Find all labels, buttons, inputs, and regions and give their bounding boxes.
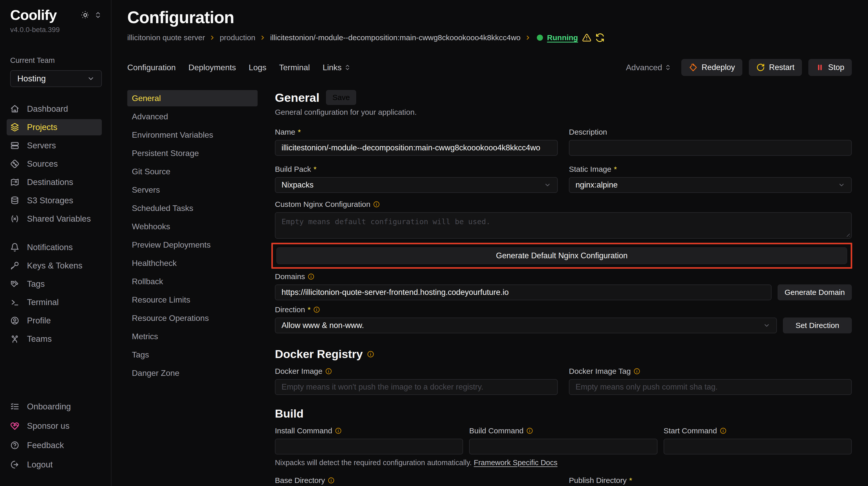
breadcrumb-project[interactable]: illicitonion quote server [127, 33, 205, 42]
sidebar-item-sponsor-us[interactable]: Sponsor us [7, 418, 102, 434]
subnav-advanced[interactable]: Advanced [127, 108, 257, 125]
chevron-down-icon [763, 322, 770, 329]
tab-terminal[interactable]: Terminal [279, 63, 310, 72]
sidebar-item-s3-storages[interactable]: S3 Storages [7, 192, 102, 209]
base-directory-label: Base Directory [275, 476, 325, 485]
sidebar-item-destinations[interactable]: Destinations [7, 174, 102, 190]
info-icon [633, 368, 641, 375]
home-icon [10, 104, 19, 114]
status-badge[interactable]: Running [547, 33, 578, 42]
subnav-metrics[interactable]: Metrics [127, 328, 257, 345]
stop-button[interactable]: Stop [808, 59, 852, 76]
static-image-label: Static Image [569, 165, 612, 173]
tab-logs[interactable]: Logs [249, 63, 266, 72]
subnav-environment-variables[interactable]: Environment Variables [127, 127, 257, 143]
generate-domain-button[interactable]: Generate Domain [778, 285, 852, 300]
build-heading: Build [275, 407, 852, 420]
sidebar-item-teams[interactable]: Teams [7, 331, 102, 347]
chevron-right-icon [259, 34, 266, 41]
subnav-webhooks[interactable]: Webhooks [127, 218, 257, 235]
tab-links[interactable]: Links [322, 63, 351, 72]
sidebar-item-feedback[interactable]: Feedback [7, 437, 102, 453]
sidebar-item-sources[interactable]: Sources [7, 156, 102, 172]
subnav-git-source[interactable]: Git Source [127, 163, 257, 180]
theme-sun-icon[interactable] [81, 11, 90, 19]
generate-nginx-config-button[interactable]: Generate Default Nginx Configuration [276, 247, 847, 264]
sidebar-item-logout[interactable]: Logout [7, 456, 102, 473]
breadcrumb-application[interactable]: illicitestonion/-module--decomposition:m… [270, 33, 521, 42]
description-input[interactable] [569, 140, 852, 156]
subnav-rollback[interactable]: Rollback [127, 273, 257, 290]
tab-deployments[interactable]: Deployments [188, 63, 236, 72]
restart-icon [756, 63, 765, 72]
breadcrumb-environment[interactable]: production [220, 33, 255, 42]
sidebar-item-notifications[interactable]: Notifications [7, 239, 102, 256]
subnav-preview-deployments[interactable]: Preview Deployments [127, 237, 257, 253]
set-direction-button[interactable]: Set Direction [783, 318, 852, 333]
status-dot [537, 35, 543, 41]
nginx-config-label: Custom Nginx Configuration [275, 200, 370, 209]
subnav-servers[interactable]: Servers [127, 182, 257, 198]
name-input[interactable] [275, 140, 558, 156]
key-icon [10, 261, 19, 270]
description-label: Description [569, 128, 607, 136]
chevron-right-icon [209, 34, 216, 41]
refresh-icon[interactable] [595, 33, 604, 42]
annotation-highlight-box: Generate Default Nginx Configuration [271, 243, 852, 269]
alert-triangle-icon[interactable] [582, 33, 591, 42]
user-circle-icon [10, 316, 19, 325]
build-pack-select[interactable]: Nixpacks [275, 177, 558, 193]
sidebar-item-onboarding[interactable]: Onboarding [7, 398, 102, 415]
subnav-healthcheck[interactable]: Healthcheck [127, 255, 257, 271]
sidebar-item-tags[interactable]: Tags [7, 276, 102, 292]
app-version: v4.0.0-beta.399 [10, 26, 102, 34]
info-icon [308, 273, 315, 280]
general-form: General Save General configuration for y… [275, 90, 852, 486]
domains-input[interactable] [275, 285, 772, 300]
subnav-persistent-storage[interactable]: Persistent Storage [127, 145, 257, 161]
docker-image-input[interactable] [275, 379, 558, 395]
restart-button[interactable]: Restart [749, 59, 802, 76]
static-image-select[interactable]: nginx:alpine [569, 177, 852, 193]
build-command-label: Build Command [469, 426, 523, 435]
help-circle-icon [10, 441, 19, 450]
theme-selector-chevrons-icon[interactable] [94, 11, 102, 19]
install-command-input[interactable] [275, 439, 463, 454]
chevron-down-icon [544, 182, 551, 189]
sidebar-item-projects[interactable]: Projects [7, 119, 102, 135]
redeploy-button[interactable]: Redeploy [681, 59, 742, 76]
sidebar-item-terminal[interactable]: Terminal [7, 294, 102, 311]
start-command-input[interactable] [663, 439, 852, 454]
subnav-resource-operations[interactable]: Resource Operations [127, 310, 257, 326]
domains-label: Domains [275, 272, 305, 281]
advanced-dropdown[interactable]: Advanced [626, 63, 671, 72]
direction-select[interactable]: Allow www & non-www. [275, 318, 777, 333]
checklist-icon [10, 402, 19, 411]
general-subtitle: General configuration for your applicati… [275, 108, 852, 117]
build-pack-label: Build Pack [275, 165, 311, 173]
sidebar-item-profile[interactable]: Profile [7, 313, 102, 329]
subnav-scheduled-tasks[interactable]: Scheduled Tasks [127, 200, 257, 216]
subnav-danger-zone[interactable]: Danger Zone [127, 365, 257, 381]
docker-image-tag-input[interactable] [569, 379, 852, 395]
sidebar-item-dashboard[interactable]: Dashboard [7, 101, 102, 117]
main-content: Configuration illicitonion quote server … [112, 0, 868, 486]
database-icon [10, 196, 19, 205]
build-command-input[interactable] [469, 439, 657, 454]
sidebar-item-servers[interactable]: Servers [7, 137, 102, 154]
app-logo: Coolify [10, 7, 57, 23]
nginx-config-textarea[interactable]: Empty means default configuration will b… [275, 212, 852, 239]
framework-docs-link[interactable]: Framework Specific Docs [474, 458, 557, 467]
sidebar-item-keys-tokens[interactable]: Keys & Tokens [7, 258, 102, 274]
server-icon [10, 141, 19, 150]
resize-handle[interactable] [846, 233, 850, 237]
subnav-general[interactable]: General [127, 90, 257, 106]
save-button[interactable]: Save [326, 90, 356, 105]
subnav-tags[interactable]: Tags [127, 347, 257, 363]
sidebar-item-shared-variables[interactable]: Shared Variables [7, 211, 102, 227]
chevron-down-icon [838, 182, 845, 189]
subnav-resource-limits[interactable]: Resource Limits [127, 292, 257, 308]
git-icon [10, 159, 19, 168]
tab-configuration[interactable]: Configuration [127, 63, 176, 72]
team-select[interactable]: Hosting [10, 70, 102, 87]
